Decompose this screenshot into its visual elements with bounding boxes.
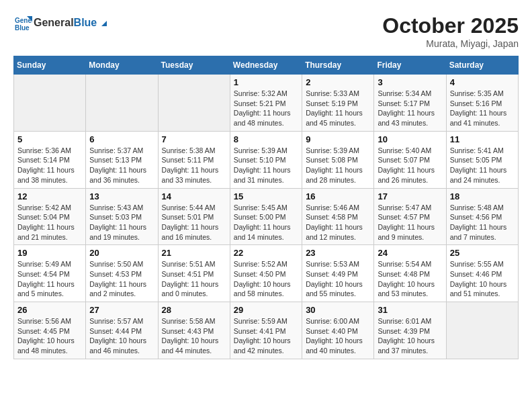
day-cell: 11Sunrise: 5:41 AM Sunset: 5:05 PM Dayli… [446, 131, 518, 188]
header-sunday: Sunday [14, 56, 86, 75]
day-info: Sunrise: 5:39 AM Sunset: 5:10 PM Dayligh… [234, 146, 298, 185]
day-number: 20 [89, 248, 154, 258]
day-info: Sunrise: 5:38 AM Sunset: 5:11 PM Dayligh… [162, 146, 226, 185]
day-cell: 7Sunrise: 5:38 AM Sunset: 5:11 PM Daylig… [158, 131, 230, 188]
day-cell: 2Sunrise: 5:33 AM Sunset: 5:19 PM Daylig… [302, 75, 374, 132]
week-row-5: 26Sunrise: 5:56 AM Sunset: 4:45 PM Dayli… [14, 302, 519, 359]
svg-text:Blue: Blue [15, 24, 30, 32]
day-info: Sunrise: 5:43 AM Sunset: 5:03 PM Dayligh… [89, 203, 154, 242]
day-info: Sunrise: 5:37 AM Sunset: 5:13 PM Dayligh… [89, 146, 154, 185]
day-info: Sunrise: 5:44 AM Sunset: 5:01 PM Dayligh… [162, 203, 226, 242]
day-cell: 20Sunrise: 5:50 AM Sunset: 4:53 PM Dayli… [86, 245, 158, 302]
day-info: Sunrise: 5:42 AM Sunset: 5:04 PM Dayligh… [17, 203, 82, 242]
day-info: Sunrise: 6:01 AM Sunset: 4:39 PM Dayligh… [378, 316, 442, 356]
day-info: Sunrise: 5:55 AM Sunset: 4:46 PM Dayligh… [450, 259, 515, 299]
header-tuesday: Tuesday [158, 56, 230, 75]
day-cell: 17Sunrise: 5:47 AM Sunset: 4:57 PM Dayli… [374, 188, 446, 245]
calendar-header: SundayMondayTuesdayWednesdayThursdayFrid… [14, 56, 519, 75]
day-info: Sunrise: 5:40 AM Sunset: 5:07 PM Dayligh… [378, 146, 442, 185]
day-number: 16 [306, 191, 370, 201]
day-number: 24 [378, 248, 442, 258]
day-number: 7 [162, 134, 226, 144]
week-row-4: 19Sunrise: 5:49 AM Sunset: 4:54 PM Dayli… [14, 245, 519, 302]
title-block: October 2025 Murata, Miyagi, Japan [382, 13, 519, 49]
day-info: Sunrise: 5:35 AM Sunset: 5:16 PM Dayligh… [450, 89, 515, 128]
day-info: Sunrise: 5:54 AM Sunset: 4:48 PM Dayligh… [378, 259, 442, 299]
header-friday: Friday [374, 56, 446, 75]
day-info: Sunrise: 6:00 AM Sunset: 4:40 PM Dayligh… [306, 316, 370, 356]
day-number: 26 [17, 305, 82, 315]
day-number: 8 [234, 134, 298, 144]
day-number: 13 [89, 191, 154, 201]
day-number: 11 [450, 134, 515, 144]
day-number: 17 [378, 191, 442, 201]
day-cell [86, 75, 158, 132]
day-info: Sunrise: 5:47 AM Sunset: 4:57 PM Dayligh… [378, 203, 442, 242]
day-number: 3 [378, 77, 442, 87]
day-cell: 21Sunrise: 5:51 AM Sunset: 4:51 PM Dayli… [158, 245, 230, 302]
day-info: Sunrise: 5:48 AM Sunset: 4:56 PM Dayligh… [450, 203, 515, 242]
logo: General Blue GeneralBlue [13, 13, 107, 32]
day-info: Sunrise: 5:46 AM Sunset: 4:58 PM Dayligh… [306, 203, 370, 242]
week-row-1: 1Sunrise: 5:32 AM Sunset: 5:21 PM Daylig… [14, 75, 519, 132]
day-number: 25 [450, 248, 515, 258]
day-number: 29 [234, 305, 298, 315]
day-info: Sunrise: 5:53 AM Sunset: 4:49 PM Dayligh… [306, 259, 370, 299]
day-info: Sunrise: 5:41 AM Sunset: 5:05 PM Dayligh… [450, 146, 515, 185]
day-cell: 13Sunrise: 5:43 AM Sunset: 5:03 PM Dayli… [86, 188, 158, 245]
day-cell: 5Sunrise: 5:36 AM Sunset: 5:14 PM Daylig… [14, 131, 86, 188]
day-cell: 16Sunrise: 5:46 AM Sunset: 4:58 PM Dayli… [302, 188, 374, 245]
day-info: Sunrise: 5:32 AM Sunset: 5:21 PM Dayligh… [234, 89, 298, 128]
day-number: 10 [378, 134, 442, 144]
logo-text: GeneralBlue [34, 16, 107, 29]
day-cell: 25Sunrise: 5:55 AM Sunset: 4:46 PM Dayli… [446, 245, 518, 302]
day-cell: 9Sunrise: 5:39 AM Sunset: 5:08 PM Daylig… [302, 131, 374, 188]
day-number: 12 [17, 191, 82, 201]
day-info: Sunrise: 5:58 AM Sunset: 4:43 PM Dayligh… [162, 316, 226, 356]
day-cell [14, 75, 86, 132]
header-monday: Monday [86, 56, 158, 75]
day-number: 9 [306, 134, 370, 144]
day-info: Sunrise: 5:57 AM Sunset: 4:44 PM Dayligh… [89, 316, 154, 356]
day-number: 22 [234, 248, 298, 258]
day-number: 2 [306, 77, 370, 87]
day-info: Sunrise: 5:39 AM Sunset: 5:08 PM Dayligh… [306, 146, 370, 185]
day-cell: 23Sunrise: 5:53 AM Sunset: 4:49 PM Dayli… [302, 245, 374, 302]
day-number: 18 [450, 191, 515, 201]
logo-icon: General Blue [13, 13, 32, 32]
day-cell: 10Sunrise: 5:40 AM Sunset: 5:07 PM Dayli… [374, 131, 446, 188]
day-cell: 27Sunrise: 5:57 AM Sunset: 4:44 PM Dayli… [86, 302, 158, 359]
calendar-table: SundayMondayTuesdayWednesdayThursdayFrid… [13, 56, 519, 359]
day-cell: 4Sunrise: 5:35 AM Sunset: 5:16 PM Daylig… [446, 75, 518, 132]
calendar-body: 1Sunrise: 5:32 AM Sunset: 5:21 PM Daylig… [14, 75, 519, 359]
day-number: 23 [306, 248, 370, 258]
header-row: SundayMondayTuesdayWednesdayThursdayFrid… [14, 56, 519, 75]
day-info: Sunrise: 5:36 AM Sunset: 5:14 PM Dayligh… [17, 146, 82, 185]
day-cell: 3Sunrise: 5:34 AM Sunset: 5:17 PM Daylig… [374, 75, 446, 132]
day-info: Sunrise: 5:59 AM Sunset: 4:41 PM Dayligh… [234, 316, 298, 356]
day-cell: 12Sunrise: 5:42 AM Sunset: 5:04 PM Dayli… [14, 188, 86, 245]
day-number: 1 [234, 77, 298, 87]
day-cell: 31Sunrise: 6:01 AM Sunset: 4:39 PM Dayli… [374, 302, 446, 359]
day-number: 5 [17, 134, 82, 144]
day-number: 31 [378, 305, 442, 315]
day-cell: 30Sunrise: 6:00 AM Sunset: 4:40 PM Dayli… [302, 302, 374, 359]
month-title: October 2025 [382, 13, 519, 38]
day-info: Sunrise: 5:45 AM Sunset: 5:00 PM Dayligh… [234, 203, 298, 242]
location-subtitle: Murata, Miyagi, Japan [382, 38, 519, 49]
day-number: 28 [162, 305, 226, 315]
day-cell: 29Sunrise: 5:59 AM Sunset: 4:41 PM Dayli… [230, 302, 302, 359]
day-info: Sunrise: 5:50 AM Sunset: 4:53 PM Dayligh… [89, 259, 154, 299]
day-info: Sunrise: 5:34 AM Sunset: 5:17 PM Dayligh… [378, 89, 442, 128]
day-cell: 19Sunrise: 5:49 AM Sunset: 4:54 PM Dayli… [14, 245, 86, 302]
day-cell: 6Sunrise: 5:37 AM Sunset: 5:13 PM Daylig… [86, 131, 158, 188]
day-number: 21 [162, 248, 226, 258]
day-cell: 28Sunrise: 5:58 AM Sunset: 4:43 PM Dayli… [158, 302, 230, 359]
day-cell [158, 75, 230, 132]
header-saturday: Saturday [446, 56, 518, 75]
day-info: Sunrise: 5:56 AM Sunset: 4:45 PM Dayligh… [17, 316, 82, 356]
day-cell: 26Sunrise: 5:56 AM Sunset: 4:45 PM Dayli… [14, 302, 86, 359]
page-header: General Blue GeneralBlue October 2025 Mu… [13, 13, 519, 49]
day-cell: 14Sunrise: 5:44 AM Sunset: 5:01 PM Dayli… [158, 188, 230, 245]
week-row-3: 12Sunrise: 5:42 AM Sunset: 5:04 PM Dayli… [14, 188, 519, 245]
